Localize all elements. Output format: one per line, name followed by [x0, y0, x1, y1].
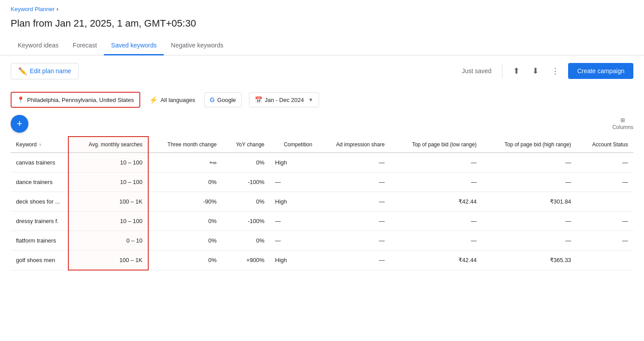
cell-top-bid-high: —	[482, 153, 577, 172]
keywords-table: Keyword ↑ Avg. monthly searches Three mo…	[11, 136, 633, 270]
cell-yoy: 0%	[222, 192, 270, 212]
cell-top-bid-low: —	[390, 231, 482, 251]
cell-top-bid-low: ₹42.44	[390, 251, 482, 270]
columns-icon: ⊞	[620, 117, 625, 123]
tabs-nav: Keyword ideas Forecast Saved keywords Ne…	[0, 36, 644, 55]
edit-plan-button[interactable]: ✏️ Edit plan name	[11, 63, 79, 79]
toolbar: ✏️ Edit plan name Just saved ⬆ ⬇ ⋮ Creat…	[0, 55, 644, 86]
cell-competition: —	[270, 212, 318, 231]
cell-account-status: —	[577, 172, 633, 192]
more-icon: ⋮	[551, 66, 559, 76]
share-button[interactable]: ⬆	[510, 63, 523, 79]
cell-competition: High	[270, 192, 318, 212]
col-header-account-status[interactable]: Account Status	[577, 137, 633, 153]
download-icon: ⬇	[532, 66, 539, 76]
cell-three-month: 0%	[148, 231, 222, 251]
cell-keyword: golf shoes men	[11, 251, 68, 270]
cell-top-bid-low: ₹42.44	[390, 192, 482, 212]
search-engine-label: Google	[217, 97, 236, 103]
cell-yoy: -100%	[222, 172, 270, 192]
table-section: + ⊞ Columns Keyword ↑ Avg. monthly searc…	[0, 115, 644, 270]
cell-account-status	[577, 251, 633, 270]
cell-keyword: flatform trainers	[11, 231, 68, 251]
languages-filter[interactable]: ⚡ All languages	[147, 92, 197, 108]
filters-row: 📍 Philadelphia, Pennsylvania, United Sta…	[0, 86, 644, 115]
edit-plan-label: Edit plan name	[30, 67, 71, 74]
table-row: deck shoes for ...100 – 1K-90%0%High—₹42…	[11, 192, 633, 212]
cell-top-bid-low: —	[390, 172, 482, 192]
col-header-three-month[interactable]: Three month change	[148, 137, 222, 153]
tab-forecast[interactable]: Forecast	[66, 36, 104, 55]
sort-icon: ↑	[39, 142, 41, 147]
col-header-top-bid-low[interactable]: Top of page bid (low range)	[390, 137, 482, 153]
cell-avg-monthly: 10 – 100	[68, 212, 148, 231]
cell-three-month: -90%	[148, 192, 222, 212]
cell-top-bid-high: —	[482, 212, 577, 231]
cell-competition: High	[270, 251, 318, 270]
cell-ad-impression: —	[317, 172, 390, 192]
date-range-label: Jan - Dec 2024	[265, 97, 304, 103]
cell-account-status: —	[577, 153, 633, 172]
columns-button[interactable]: ⊞ Columns	[612, 117, 633, 130]
dropdown-arrow-icon: ▼	[308, 97, 313, 102]
cell-ad-impression: —	[317, 212, 390, 231]
cell-ad-impression: —	[317, 251, 390, 270]
cell-three-month: 0%	[148, 172, 222, 192]
tab-negative-keywords[interactable]: Negative keywords	[164, 36, 230, 55]
tab-keyword-ideas[interactable]: Keyword ideas	[11, 36, 66, 55]
cell-ad-impression: —	[317, 192, 390, 212]
cell-keyword: canvas trainers	[11, 153, 68, 172]
cell-keyword: dressy trainers f.	[11, 212, 68, 231]
cell-ad-impression: —	[317, 231, 390, 251]
cell-avg-monthly: 10 – 100	[68, 153, 148, 172]
col-header-yoy[interactable]: YoY change	[222, 137, 270, 153]
col-header-ad-impression[interactable]: Ad impression share	[317, 137, 390, 153]
cell-yoy: +900%	[222, 251, 270, 270]
cell-top-bid-high: —	[482, 231, 577, 251]
col-header-keyword[interactable]: Keyword ↑	[11, 137, 68, 153]
col-header-top-bid-high[interactable]: Top of page bid (high range)	[482, 137, 577, 153]
more-options-button[interactable]: ⋮	[548, 63, 563, 79]
location-label: Philadelphia, Pennsylvania, United State…	[27, 97, 134, 103]
cell-top-bid-low: —	[390, 212, 482, 231]
edit-icon: ✏️	[18, 67, 27, 75]
location-filter[interactable]: 📍 Philadelphia, Pennsylvania, United Sta…	[11, 92, 140, 108]
cell-top-bid-high: —	[482, 172, 577, 192]
cell-keyword: dance trainers	[11, 172, 68, 192]
location-icon: 📍	[17, 96, 24, 103]
table-row: canvas trainers10 – 100+∞0%High————	[11, 153, 633, 172]
table-header-controls: + ⊞ Columns	[11, 115, 633, 133]
cell-top-bid-high: ₹301.84	[482, 192, 577, 212]
languages-label: All languages	[161, 97, 195, 103]
cell-avg-monthly: 100 – 1K	[68, 192, 148, 212]
breadcrumb-chevron: ›	[56, 5, 59, 12]
cell-ad-impression: —	[317, 153, 390, 172]
tab-saved-keywords[interactable]: Saved keywords	[104, 36, 164, 55]
cell-account-status: —	[577, 212, 633, 231]
cell-avg-monthly: 10 – 100	[68, 172, 148, 192]
col-header-competition[interactable]: Competition	[270, 137, 318, 153]
share-icon: ⬆	[513, 66, 520, 76]
cell-competition: —	[270, 172, 318, 192]
page-title: Plan from Jan 21, 2025, 1 am, GMT+05:30	[0, 14, 644, 36]
cell-three-month: +∞	[148, 153, 222, 172]
download-button[interactable]: ⬇	[529, 63, 542, 79]
translate-icon: ⚡	[149, 96, 158, 104]
calendar-icon: 📅	[255, 96, 262, 103]
toolbar-divider	[502, 64, 502, 78]
cell-account-status: —	[577, 231, 633, 251]
cell-avg-monthly: 0 – 10	[68, 231, 148, 251]
google-icon: G	[210, 96, 215, 103]
create-campaign-button[interactable]: Create campaign	[568, 63, 633, 79]
search-engine-filter[interactable]: G Google	[204, 92, 242, 107]
cell-top-bid-low: —	[390, 153, 482, 172]
date-filter[interactable]: 📅 Jan - Dec 2024 ▼	[249, 92, 319, 107]
cell-yoy: -100%	[222, 212, 270, 231]
status-label: Just saved	[462, 67, 491, 74]
cell-competition: High	[270, 153, 318, 172]
cell-three-month: 0%	[148, 212, 222, 231]
col-header-avg-monthly[interactable]: Avg. monthly searches	[68, 137, 148, 153]
add-keyword-button[interactable]: +	[11, 115, 28, 133]
cell-avg-monthly: 100 – 1K	[68, 251, 148, 270]
breadcrumb-link[interactable]: Keyword Planner	[11, 6, 55, 12]
